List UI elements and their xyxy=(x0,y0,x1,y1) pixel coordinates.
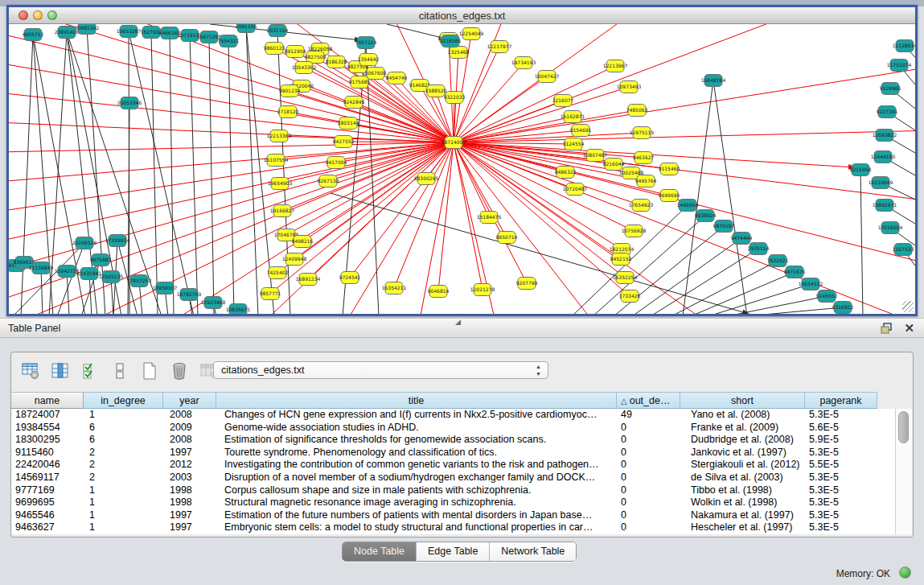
tab-edge-table[interactable]: Edge Table xyxy=(417,542,490,561)
svg-text:8650714: 8650714 xyxy=(496,234,518,240)
float-window-icon[interactable] xyxy=(881,323,893,334)
svg-text:16047427: 16047427 xyxy=(535,73,560,79)
svg-text:9699695: 9699695 xyxy=(659,192,680,198)
table-chooser-dropdown[interactable]: citations_edges.txt ▲▼ xyxy=(213,361,548,379)
column-header-out_de[interactable]: △out_de… xyxy=(617,392,680,409)
cell-title: Tourette syndrome. Phenomenology and cla… xyxy=(216,447,617,459)
cell-title: Investigating the contribution of common… xyxy=(216,459,617,472)
cell-in_degree: 1 xyxy=(84,521,163,534)
table-row[interactable]: 946362711997Embryonic stem cells: a mode… xyxy=(11,521,896,534)
resize-grip-icon[interactable] xyxy=(902,301,914,312)
tab-node-table[interactable]: Node Table xyxy=(343,542,417,561)
svg-text:7554321: 7554321 xyxy=(218,38,240,43)
column-header-title[interactable]: title xyxy=(216,392,617,409)
svg-text:9175685: 9175685 xyxy=(349,79,371,84)
cell-year: 2008 xyxy=(163,409,216,422)
cell-name: 18300295 xyxy=(11,434,84,447)
table-header-row: namein_degreeyeartitle△out_de…shortpager… xyxy=(11,392,877,409)
table-row[interactable]: 1872400712008Changes of HCN gene express… xyxy=(11,409,896,422)
cell-in_degree: 1 xyxy=(84,484,163,497)
cell-out_de: 0 xyxy=(617,447,680,459)
column-header-name[interactable]: name xyxy=(11,392,84,409)
scrollbar-thumb[interactable] xyxy=(898,411,909,443)
svg-text:9827509: 9827509 xyxy=(305,54,326,60)
tab-network-table[interactable]: Network Table xyxy=(490,542,576,561)
cell-year: 1998 xyxy=(163,484,216,497)
svg-text:17654923: 17654923 xyxy=(629,202,654,208)
svg-text:9227341: 9227341 xyxy=(877,109,898,114)
svg-text:10653287: 10653287 xyxy=(117,28,142,34)
svg-text:9322033: 9322033 xyxy=(444,94,466,100)
cell-in_degree: 2 xyxy=(84,472,163,484)
splitter-grip-icon[interactable]: ◢ xyxy=(455,319,465,324)
delete-table-icon[interactable] xyxy=(169,360,190,381)
table-row[interactable]: 946554611997Estimation of the future num… xyxy=(11,509,896,522)
svg-text:9860123: 9860123 xyxy=(264,45,285,51)
table-settings-icon[interactable] xyxy=(20,360,41,381)
svg-text:7632621: 7632621 xyxy=(767,257,789,263)
svg-text:8359612: 8359612 xyxy=(14,259,35,265)
cell-pagerank: 5.6E-5 xyxy=(805,422,877,435)
svg-text:10835671: 10835671 xyxy=(226,307,251,312)
column-header-year[interactable]: year xyxy=(163,392,216,409)
cell-in_degree: 1 xyxy=(84,409,163,422)
svg-text:12444150: 12444150 xyxy=(871,154,896,159)
cell-year: 1997 xyxy=(163,509,216,522)
cell-out_de: 0 xyxy=(617,472,680,484)
network-window-titlebar[interactable]: citations_edges.txt xyxy=(9,7,915,24)
table-row[interactable]: 1456911722003Disruption of a novel membe… xyxy=(11,472,896,484)
cell-in_degree: 1 xyxy=(84,509,163,522)
table-type-tabs: Node TableEdge TableNetwork Table xyxy=(342,542,577,562)
svg-text:16162871: 16162871 xyxy=(561,113,585,119)
svg-text:9975887: 9975887 xyxy=(90,257,112,262)
svg-text:20053346: 20053346 xyxy=(117,100,142,105)
rows-icon[interactable] xyxy=(109,360,130,381)
svg-text:11751074: 11751074 xyxy=(887,62,912,68)
cell-out_de: 0 xyxy=(617,496,680,509)
svg-text:16210649: 16210649 xyxy=(869,179,893,185)
table-row[interactable]: 2242004622012Investigating the contribut… xyxy=(11,459,896,472)
cell-year: 2009 xyxy=(163,422,216,435)
svg-text:8912954: 8912954 xyxy=(285,48,306,54)
memory-status-label: Memory: OK xyxy=(836,568,890,579)
column-header-pagerank[interactable]: pagerank xyxy=(805,392,877,409)
new-table-icon[interactable] xyxy=(139,360,160,381)
table-row[interactable]: 1830029562008Estimation of significance … xyxy=(11,434,896,447)
svg-text:12923468: 12923468 xyxy=(201,299,226,305)
memory-status-indicator[interactable] xyxy=(899,566,911,579)
show-column-icon[interactable] xyxy=(50,360,71,381)
sort-ascending-icon: △ xyxy=(621,397,627,406)
column-header-short[interactable]: short xyxy=(680,392,805,409)
svg-text:7425402: 7425402 xyxy=(267,270,289,275)
svg-text:9495764: 9495764 xyxy=(635,178,657,183)
column-header-in_degree[interactable]: in_degree xyxy=(84,392,163,409)
svg-text:19734193: 19734193 xyxy=(511,60,536,65)
svg-text:12213363: 12213363 xyxy=(267,133,292,138)
cell-short: Jankovic et al. (1997) xyxy=(680,447,805,459)
cell-out_de: 0 xyxy=(617,422,680,435)
network-canvas[interactable]: 9860123891295418226058982750910543362818… xyxy=(9,24,915,314)
svg-text:12254049: 12254049 xyxy=(459,31,484,36)
vertical-scrollbar[interactable] xyxy=(895,409,912,534)
table-row[interactable]: 911546021997Tourette syndrome. Phenomeno… xyxy=(11,447,896,459)
cell-year: 2008 xyxy=(163,434,216,447)
cell-short: Dudbridge et al. (2008) xyxy=(680,434,805,447)
cell-pagerank: 5.3E-5 xyxy=(805,496,877,509)
cell-pagerank: 5.3E-5 xyxy=(805,509,877,522)
cell-name: 9699695 xyxy=(11,496,84,509)
select-rows-icon[interactable] xyxy=(80,360,101,381)
svg-text:12975115: 12975115 xyxy=(630,130,655,135)
table-row[interactable]: 1938455462009Genome-wide association stu… xyxy=(11,422,896,435)
cell-pagerank: 5.9E-5 xyxy=(805,434,877,447)
svg-text:20206526: 20206526 xyxy=(72,240,97,245)
close-panel-icon[interactable]: ✕ xyxy=(904,321,914,336)
svg-text:9046814: 9046814 xyxy=(428,288,450,294)
cell-pagerank: 5.3E-5 xyxy=(805,447,877,459)
cell-name: 9465546 xyxy=(11,509,84,522)
cell-short: Nakamura et al. (1997) xyxy=(680,509,805,522)
table-row[interactable]: 969969511998Structural magnetic resonanc… xyxy=(11,496,896,509)
table-row[interactable]: 977716911998Corpus callosum shape and si… xyxy=(11,484,896,497)
svg-text:8471676: 8471676 xyxy=(784,269,806,274)
svg-text:2803144: 2803144 xyxy=(338,120,359,126)
svg-text:3216077: 3216077 xyxy=(552,97,574,103)
